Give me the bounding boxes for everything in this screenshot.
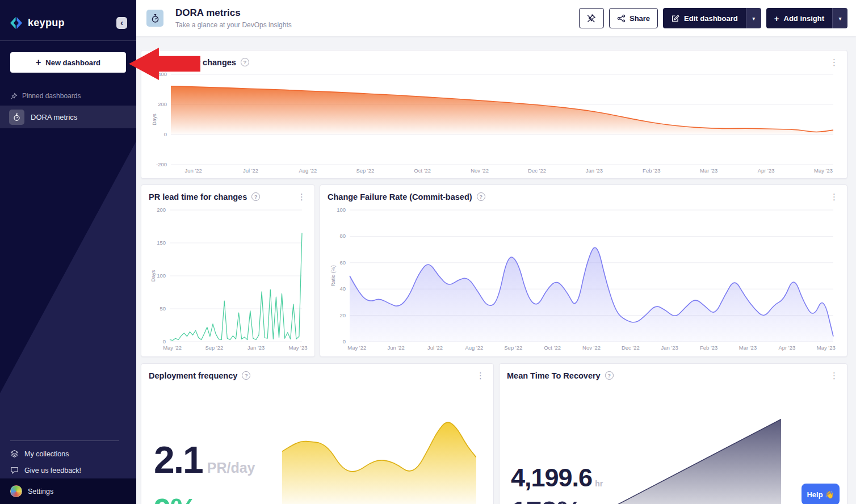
sidebar-footer: My collections Give us feedback!: [0, 440, 136, 478]
svg-text:Mar '23: Mar '23: [739, 345, 757, 351]
sidebar-collapse-button[interactable]: ‹: [116, 17, 127, 29]
help-button[interactable]: Help 👋: [802, 484, 840, 504]
pr-lead-time-chart: 200150100500DaysMay '22Sep '22Jan '23May…: [142, 205, 311, 353]
svg-text:Apr '23: Apr '23: [778, 345, 795, 351]
edit-dashboard-caret-button[interactable]: ▾: [746, 8, 761, 28]
svg-text:Days: Days: [152, 114, 157, 125]
card-title: Mean Time To Recovery: [507, 371, 601, 380]
deployment-frequency-metric: 2.1 PR/day 9%: [154, 442, 255, 504]
caret-down-icon: ▾: [752, 15, 755, 22]
svg-text:May '23: May '23: [289, 345, 308, 351]
pinned-dashboards-label: Pinned dashboards: [10, 92, 126, 100]
svg-text:Dec '22: Dec '22: [528, 167, 546, 174]
plus-icon: +: [774, 14, 779, 23]
kebab-menu-icon[interactable]: ⋮: [827, 371, 841, 380]
svg-text:40: 40: [339, 285, 346, 292]
kebab-menu-icon[interactable]: ⋮: [827, 57, 841, 67]
share-icon: [617, 14, 626, 23]
pin-icon: [10, 93, 18, 100]
feedback-bubble-icon: [10, 466, 19, 474]
dashboard-stopwatch-icon: [146, 10, 163, 27]
svg-text:Jul '22: Jul '22: [243, 167, 258, 174]
svg-text:Jan '23: Jan '23: [661, 345, 678, 351]
add-insight-caret-button[interactable]: ▾: [832, 8, 847, 28]
edit-pencil-icon: [671, 14, 679, 23]
svg-text:-200: -200: [156, 161, 167, 167]
svg-text:May '22: May '22: [347, 345, 366, 351]
sidebar: keypup ‹ + New dashboard Pinned dashboar…: [0, 0, 136, 504]
add-insight-split-button: + Add insight ▾: [766, 8, 847, 28]
add-insight-button[interactable]: + Add insight: [766, 8, 832, 28]
svg-text:Ratio (%): Ratio (%): [330, 265, 336, 287]
kebab-menu-icon[interactable]: ⋮: [827, 192, 841, 201]
svg-text:Jul '22: Jul '22: [427, 345, 443, 351]
metric-value: 4,199.6: [511, 465, 592, 490]
svg-text:0: 0: [164, 131, 167, 137]
mttr-metric: 4,199.6 hr 172%: [511, 465, 603, 504]
svg-text:0: 0: [163, 338, 166, 345]
dashboard-header: DORA metrics Take a glance at your DevOp…: [136, 0, 856, 36]
settings-link[interactable]: Settings: [0, 478, 136, 504]
new-dashboard-button[interactable]: + New dashboard: [10, 52, 126, 73]
svg-text:Jan '23: Jan '23: [586, 167, 603, 174]
brand-name: keypup: [28, 17, 65, 29]
svg-text:May '23: May '23: [814, 167, 833, 174]
kebab-menu-icon[interactable]: ⋮: [295, 192, 309, 201]
sidebar-item-dora-metrics[interactable]: DORA metrics: [0, 106, 136, 128]
card-title: Deployment frequency: [149, 371, 237, 380]
metric-unit: PR/day: [207, 460, 255, 476]
keypup-logo: keypup: [9, 16, 65, 30]
help-icon[interactable]: ?: [605, 371, 614, 380]
help-icon[interactable]: ?: [477, 192, 485, 201]
svg-text:Aug '22: Aug '22: [465, 345, 483, 351]
avatar: [10, 485, 22, 497]
stopwatch-icon: [9, 110, 24, 125]
svg-text:50: 50: [160, 305, 166, 312]
svg-text:150: 150: [157, 240, 166, 246]
unpin-dashboard-button[interactable]: [579, 8, 604, 28]
help-icon[interactable]: ?: [251, 192, 260, 201]
kebab-menu-icon[interactable]: ⋮: [473, 371, 488, 380]
card-mttr: Mean Time To Recovery ? ⋮ 4,199.6 hr 172…: [499, 363, 847, 504]
svg-text:200: 200: [158, 101, 167, 107]
help-icon[interactable]: ?: [242, 371, 250, 380]
lead-time-chart: 4002000-200DaysJun '22Jul '22Aug '22Sep …: [144, 70, 842, 176]
svg-text:100: 100: [337, 207, 346, 213]
chevron-left-icon: ‹: [120, 18, 123, 27]
edit-dashboard-button[interactable]: Edit dashboard: [663, 8, 746, 28]
sidebar-divider: [10, 440, 119, 441]
svg-text:80: 80: [339, 233, 346, 239]
svg-text:400: 400: [158, 71, 167, 77]
svg-text:Jan '23: Jan '23: [247, 345, 265, 351]
svg-text:Aug '22: Aug '22: [299, 167, 317, 174]
svg-text:0: 0: [343, 338, 346, 345]
feedback-link[interactable]: Give us feedback!: [0, 462, 136, 478]
page-title: DORA metrics: [175, 7, 292, 19]
header-actions: Share Edit dashboard ▾ + Add: [579, 8, 847, 28]
svg-text:Nov '22: Nov '22: [471, 167, 489, 174]
card-deployment-frequency: Deployment frequency ? ⋮ 2.1 PR/day 9%: [141, 363, 494, 504]
new-dashboard-label: New dashboard: [45, 58, 100, 67]
svg-text:Sep '22: Sep '22: [356, 167, 374, 174]
dashboard-titles: DORA metrics Take a glance at your DevOp…: [175, 7, 292, 29]
dashboard-grid: Lead time for changes ? ⋮ 4002000-200Day…: [136, 36, 856, 504]
svg-text:Sep '22: Sep '22: [504, 345, 522, 351]
svg-text:May '22: May '22: [163, 345, 182, 351]
sidebar-diagonal-decoration: [0, 0, 136, 504]
caret-down-icon: ▾: [838, 15, 841, 22]
svg-text:Days: Days: [150, 270, 156, 282]
svg-text:Feb '23: Feb '23: [700, 345, 717, 351]
svg-text:60: 60: [339, 259, 346, 266]
main-area: DORA metrics Take a glance at your DevOp…: [136, 0, 856, 504]
help-icon[interactable]: ?: [241, 58, 249, 66]
svg-text:Oct '22: Oct '22: [544, 345, 561, 351]
unpin-icon: [586, 14, 596, 23]
svg-text:100: 100: [157, 272, 166, 279]
page-subtitle: Take a glance at your DevOps insights: [175, 21, 292, 29]
share-button[interactable]: Share: [609, 8, 658, 28]
metric-unit: hr: [595, 479, 603, 488]
svg-text:Feb '23: Feb '23: [643, 167, 660, 174]
metric-trend: 172%: [511, 495, 603, 504]
my-collections-link[interactable]: My collections: [0, 446, 136, 462]
svg-text:Nov '22: Nov '22: [582, 345, 601, 351]
